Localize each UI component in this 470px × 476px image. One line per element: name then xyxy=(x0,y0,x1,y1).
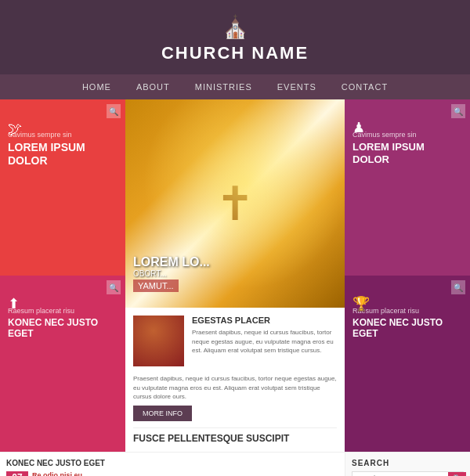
fusce-title: FUSCE PELLENTESQUE SUSCIPIT xyxy=(133,427,337,444)
nav-events[interactable]: EVENTS xyxy=(265,74,329,99)
header: ⛪ CHURCH NAME xyxy=(0,0,470,74)
egestas-row: EGESTAS PLACER Praesent dapibus, neque i… xyxy=(133,316,337,366)
arrow-up-icon: ⬆ xyxy=(8,295,20,312)
left-top-panel: 🔍 🕊 Cavimus sempre sin LOREM IPSUM DOLOR xyxy=(0,99,125,276)
hero-obort: OBORT... xyxy=(133,269,210,278)
left-top-search-button[interactable]: 🔍 xyxy=(107,104,121,118)
site-title: CHURCH NAME xyxy=(8,43,462,63)
left-top-lorem: LOREM IPSUM DOLOR xyxy=(8,141,118,168)
nav-ministries[interactable]: MINISTRIES xyxy=(183,74,265,99)
church-icon: ⛪ xyxy=(8,14,462,40)
bishop-icon: ♟ xyxy=(352,119,365,136)
nav-contact[interactable]: CONTACT xyxy=(329,74,400,99)
right-top-panel: 🔍 ♟ Cavimus sempre sin LOREM IPSUM DOLOR xyxy=(345,99,470,276)
right-top-search-button[interactable]: 🔍 xyxy=(451,104,465,118)
hero-image: ✝ LOREM LO... OBORT... YAMUT... xyxy=(125,99,345,308)
right-column: 🔍 ♟ Cavimus sempre sin LOREM IPSUM DOLOR… xyxy=(345,99,470,452)
egestas-body2: Praesent dapibus, neque id cursus faucib… xyxy=(133,374,337,401)
nav-home[interactable]: HOME xyxy=(70,74,124,99)
left-bottom-raesum: Raesum placerat risu xyxy=(8,307,118,315)
egestas-image xyxy=(133,316,184,366)
news-section-title: KONEC NEC JUSTO EGET xyxy=(6,459,119,467)
left-bottom-search-button[interactable]: 🔍 xyxy=(107,280,121,294)
more-info-button[interactable]: MORE INFO xyxy=(133,406,192,421)
search-box: 🔍 xyxy=(352,471,464,476)
search-submit-button[interactable]: 🔍 xyxy=(448,472,466,476)
hero-lorem: LOREM LO... xyxy=(133,255,210,269)
right-bottom-konec: KONEC NEC JUSTO EGET xyxy=(352,317,462,340)
left-column: 🔍 🕊 Cavimus sempre sin LOREM IPSUM DOLOR… xyxy=(0,99,125,452)
right-bottom-search-button[interactable]: 🔍 xyxy=(451,280,465,294)
bottom-section: KONEC NEC JUSTO EGET 07 August Re odio n… xyxy=(0,452,470,476)
egestas-title: EGESTAS PLACER xyxy=(192,316,337,325)
right-top-cavimus: Cavimus sempre sin xyxy=(352,131,462,139)
left-bottom-panel: 🔍 ⬆ Raesum placerat risu KONEC NEC JUSTO… xyxy=(0,276,125,452)
right-top-lorem: LOREM IPSUM DOLOR xyxy=(352,141,462,165)
chalice-icon: 🏆 xyxy=(352,295,370,312)
hero-text: LOREM LO... OBORT... YAMUT... xyxy=(133,255,210,292)
egestas-text: EGESTAS PLACER Praesent dapibus, neque i… xyxy=(192,316,337,366)
main-content: 🔍 🕊 Cavimus sempre sin LOREM IPSUM DOLOR… xyxy=(0,99,470,452)
bottom-left-news: KONEC NEC JUSTO EGET 07 August Re odio n… xyxy=(0,453,125,476)
search-title: SEARCH xyxy=(352,459,464,467)
navigation: HOME ABOUT MINISTRIES EVENTS CONTACT xyxy=(0,74,470,99)
dove-icon: 🕊 xyxy=(8,121,22,138)
search-input[interactable] xyxy=(352,472,448,476)
nav-about[interactable]: ABOUT xyxy=(124,74,183,99)
center-column: ✝ LOREM LO... OBORT... YAMUT... EGESTAS … xyxy=(125,99,345,452)
news-content-1: Re odio nisi eu Morbi in sem quis dui pl… xyxy=(32,471,119,476)
bottom-center xyxy=(125,453,345,476)
right-bottom-panel: 🔍 🏆 Raesum placerat risu KONEC NEC JUSTO… xyxy=(345,276,470,452)
hero-yamut: YAMUT... xyxy=(133,279,179,292)
jesus-portrait xyxy=(133,316,184,366)
search-section: SEARCH 🔍 xyxy=(352,459,464,476)
news-title-1: Re odio nisi eu xyxy=(32,471,119,476)
center-content: EGESTAS PLACER Praesent dapibus, neque i… xyxy=(125,308,345,452)
left-top-cavimus: Cavimus sempre sin xyxy=(8,131,118,139)
left-bottom-konec: KONEC NEC JUSTO EGET xyxy=(8,317,118,340)
bottom-right-sidebar: SEARCH 🔍 KONEC NEC JUSTO EGET Praesent p… xyxy=(345,453,470,476)
news-day-1: 07 xyxy=(9,473,25,476)
egestas-body: Praesent dapibus, neque id cursus faucib… xyxy=(192,328,337,355)
news-date-1: 07 August xyxy=(6,471,28,476)
news-item-1: 07 August Re odio nisi eu Morbi in sem q… xyxy=(6,471,119,476)
